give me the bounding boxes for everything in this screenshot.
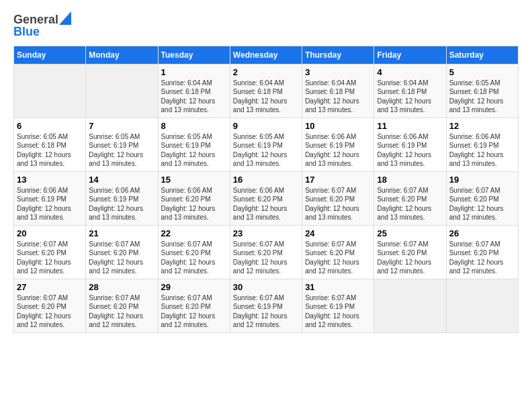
calendar-week-1: 1Sunrise: 6:04 AMSunset: 6:18 PMDaylight… <box>14 64 519 118</box>
day-info: Sunrise: 6:07 AMSunset: 6:20 PMDaylight:… <box>377 186 443 222</box>
calendar-cell <box>374 279 446 332</box>
calendar-week-5: 27Sunrise: 6:07 AMSunset: 6:20 PMDayligh… <box>14 279 519 332</box>
day-info: Sunrise: 6:06 AMSunset: 6:19 PMDaylight:… <box>377 132 443 169</box>
calendar-cell: 6Sunrise: 6:05 AMSunset: 6:18 PMDaylight… <box>14 118 86 171</box>
day-info: Sunrise: 6:04 AMSunset: 6:18 PMDaylight:… <box>161 79 227 115</box>
calendar-cell: 25Sunrise: 6:07 AMSunset: 6:20 PMDayligh… <box>374 225 446 279</box>
day-number: 14 <box>89 175 154 185</box>
day-number: 26 <box>449 228 515 238</box>
day-info: Sunrise: 6:06 AMSunset: 6:19 PMDaylight:… <box>305 132 371 169</box>
calendar-cell: 15Sunrise: 6:06 AMSunset: 6:20 PMDayligh… <box>158 171 230 225</box>
calendar-cell: 28Sunrise: 6:07 AMSunset: 6:20 PMDayligh… <box>86 279 158 332</box>
day-info: Sunrise: 6:05 AMSunset: 6:19 PMDaylight:… <box>233 132 299 169</box>
day-info: Sunrise: 6:07 AMSunset: 6:20 PMDaylight:… <box>305 186 371 222</box>
day-number: 4 <box>377 67 443 77</box>
calendar-cell: 4Sunrise: 6:04 AMSunset: 6:18 PMDaylight… <box>374 64 446 118</box>
page-header: General Blue <box>13 13 519 39</box>
calendar-cell: 24Sunrise: 6:07 AMSunset: 6:20 PMDayligh… <box>302 225 374 279</box>
day-info: Sunrise: 6:05 AMSunset: 6:19 PMDaylight:… <box>161 132 227 169</box>
day-number: 29 <box>161 282 227 292</box>
day-number: 20 <box>17 228 83 238</box>
header-day-monday: Monday <box>86 46 158 64</box>
day-info: Sunrise: 6:07 AMSunset: 6:19 PMDaylight:… <box>233 293 299 330</box>
calendar-cell: 5Sunrise: 6:05 AMSunset: 6:18 PMDaylight… <box>446 64 518 118</box>
day-info: Sunrise: 6:07 AMSunset: 6:20 PMDaylight:… <box>449 186 515 222</box>
day-number: 3 <box>305 67 371 77</box>
calendar-cell: 31Sunrise: 6:07 AMSunset: 6:19 PMDayligh… <box>302 279 374 332</box>
calendar-cell <box>86 64 158 118</box>
day-info: Sunrise: 6:07 AMSunset: 6:20 PMDaylight:… <box>89 240 154 276</box>
calendar-cell: 16Sunrise: 6:06 AMSunset: 6:20 PMDayligh… <box>230 171 302 225</box>
day-info: Sunrise: 6:07 AMSunset: 6:20 PMDaylight:… <box>377 240 443 276</box>
calendar-cell: 23Sunrise: 6:07 AMSunset: 6:20 PMDayligh… <box>230 225 302 279</box>
day-number: 24 <box>305 228 371 238</box>
day-number: 13 <box>17 175 83 185</box>
day-number: 7 <box>89 121 154 131</box>
calendar-week-4: 20Sunrise: 6:07 AMSunset: 6:20 PMDayligh… <box>14 225 519 279</box>
day-number: 11 <box>377 121 443 131</box>
logo: General Blue <box>13 13 71 39</box>
day-info: Sunrise: 6:05 AMSunset: 6:19 PMDaylight:… <box>89 132 154 169</box>
calendar-cell: 29Sunrise: 6:07 AMSunset: 6:20 PMDayligh… <box>158 279 230 332</box>
calendar-cell: 20Sunrise: 6:07 AMSunset: 6:20 PMDayligh… <box>14 225 86 279</box>
header-day-wednesday: Wednesday <box>230 46 302 64</box>
calendar-week-3: 13Sunrise: 6:06 AMSunset: 6:19 PMDayligh… <box>14 171 519 225</box>
calendar-cell: 26Sunrise: 6:07 AMSunset: 6:20 PMDayligh… <box>446 225 518 279</box>
day-info: Sunrise: 6:06 AMSunset: 6:20 PMDaylight:… <box>161 186 227 222</box>
day-number: 22 <box>161 228 227 238</box>
header-day-saturday: Saturday <box>446 46 518 64</box>
day-info: Sunrise: 6:07 AMSunset: 6:20 PMDaylight:… <box>161 240 227 276</box>
logo-icon <box>59 11 71 25</box>
calendar-cell: 11Sunrise: 6:06 AMSunset: 6:19 PMDayligh… <box>374 118 446 171</box>
day-number: 30 <box>233 282 299 292</box>
day-info: Sunrise: 6:06 AMSunset: 6:19 PMDaylight:… <box>89 186 154 222</box>
day-info: Sunrise: 6:06 AMSunset: 6:20 PMDaylight:… <box>233 186 299 222</box>
day-info: Sunrise: 6:06 AMSunset: 6:19 PMDaylight:… <box>17 186 83 222</box>
calendar-header-row: SundayMondayTuesdayWednesdayThursdayFrid… <box>14 46 519 64</box>
day-number: 31 <box>305 282 371 292</box>
logo-blue-text: Blue <box>13 26 71 39</box>
day-number: 16 <box>233 175 299 185</box>
svg-marker-0 <box>59 11 71 25</box>
calendar-cell: 22Sunrise: 6:07 AMSunset: 6:20 PMDayligh… <box>158 225 230 279</box>
day-info: Sunrise: 6:07 AMSunset: 6:19 PMDaylight:… <box>305 293 371 330</box>
calendar-cell: 10Sunrise: 6:06 AMSunset: 6:19 PMDayligh… <box>302 118 374 171</box>
day-info: Sunrise: 6:07 AMSunset: 6:20 PMDaylight:… <box>17 240 83 276</box>
day-number: 9 <box>233 121 299 131</box>
day-info: Sunrise: 6:07 AMSunset: 6:20 PMDaylight:… <box>17 293 83 330</box>
calendar-cell: 17Sunrise: 6:07 AMSunset: 6:20 PMDayligh… <box>302 171 374 225</box>
day-info: Sunrise: 6:07 AMSunset: 6:20 PMDaylight:… <box>161 293 227 330</box>
calendar-cell: 2Sunrise: 6:04 AMSunset: 6:18 PMDaylight… <box>230 64 302 118</box>
day-number: 28 <box>89 282 154 292</box>
day-number: 15 <box>161 175 227 185</box>
day-number: 12 <box>449 121 515 131</box>
calendar-cell <box>446 279 518 332</box>
calendar-cell <box>14 64 86 118</box>
calendar-cell: 19Sunrise: 6:07 AMSunset: 6:20 PMDayligh… <box>446 171 518 225</box>
day-info: Sunrise: 6:07 AMSunset: 6:20 PMDaylight:… <box>305 240 371 276</box>
day-number: 25 <box>377 228 443 238</box>
header-day-friday: Friday <box>374 46 446 64</box>
calendar-table: SundayMondayTuesdayWednesdayThursdayFrid… <box>13 46 519 333</box>
day-info: Sunrise: 6:04 AMSunset: 6:18 PMDaylight:… <box>305 79 371 115</box>
calendar-cell: 3Sunrise: 6:04 AMSunset: 6:18 PMDaylight… <box>302 64 374 118</box>
calendar-cell: 27Sunrise: 6:07 AMSunset: 6:20 PMDayligh… <box>14 279 86 332</box>
calendar-cell: 9Sunrise: 6:05 AMSunset: 6:19 PMDaylight… <box>230 118 302 171</box>
day-info: Sunrise: 6:06 AMSunset: 6:19 PMDaylight:… <box>449 132 515 169</box>
day-info: Sunrise: 6:05 AMSunset: 6:18 PMDaylight:… <box>17 132 83 169</box>
calendar-cell: 12Sunrise: 6:06 AMSunset: 6:19 PMDayligh… <box>446 118 518 171</box>
calendar-cell: 8Sunrise: 6:05 AMSunset: 6:19 PMDaylight… <box>158 118 230 171</box>
day-number: 21 <box>89 228 154 238</box>
day-info: Sunrise: 6:04 AMSunset: 6:18 PMDaylight:… <box>377 79 443 115</box>
day-number: 5 <box>449 67 515 77</box>
day-info: Sunrise: 6:05 AMSunset: 6:18 PMDaylight:… <box>449 79 515 115</box>
calendar-cell: 1Sunrise: 6:04 AMSunset: 6:18 PMDaylight… <box>158 64 230 118</box>
day-number: 6 <box>17 121 83 131</box>
day-number: 2 <box>233 67 299 77</box>
calendar-cell: 13Sunrise: 6:06 AMSunset: 6:19 PMDayligh… <box>14 171 86 225</box>
header-day-tuesday: Tuesday <box>158 46 230 64</box>
calendar-cell: 30Sunrise: 6:07 AMSunset: 6:19 PMDayligh… <box>230 279 302 332</box>
day-number: 18 <box>377 175 443 185</box>
calendar-week-2: 6Sunrise: 6:05 AMSunset: 6:18 PMDaylight… <box>14 118 519 171</box>
header-day-sunday: Sunday <box>14 46 86 64</box>
